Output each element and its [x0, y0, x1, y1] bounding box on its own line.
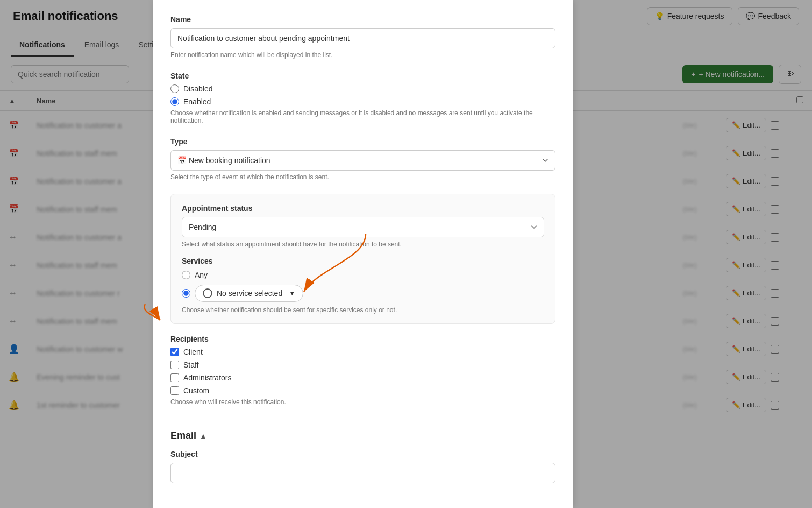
- recipients-label: Recipients: [170, 335, 555, 343]
- services-radio-group: Any No service selected ▼: [182, 271, 544, 302]
- services-specific-option[interactable]: No service selected ▼: [182, 285, 544, 302]
- recipients-section: Recipients Client Staff Administrators C…: [170, 335, 555, 406]
- recipient-client-option[interactable]: Client: [170, 348, 555, 356]
- recipient-custom-option[interactable]: Custom: [170, 386, 555, 395]
- name-section: Name Enter notification name which will …: [170, 15, 555, 59]
- appointment-status-select[interactable]: Pending Approved Cancelled: [182, 217, 544, 237]
- services-label: Services: [182, 257, 544, 265]
- recipient-administrators-label: Administrators: [183, 373, 231, 382]
- state-radio-group: Disabled Enabled: [170, 84, 555, 106]
- dropdown-arrow-icon: ▼: [289, 290, 295, 297]
- recipients-hint: Choose who will receive this notificatio…: [170, 398, 555, 406]
- recipient-custom-checkbox[interactable]: [170, 386, 179, 395]
- type-hint: Select the type of event at which the no…: [170, 173, 555, 181]
- type-select[interactable]: 📅 New booking notification: [170, 150, 555, 171]
- appointment-status-label: Appointment status: [182, 204, 544, 213]
- services-specific-radio[interactable]: [182, 289, 190, 298]
- type-section: Type 📅 New booking notification Select t…: [170, 137, 555, 181]
- state-disabled-label: Disabled: [183, 84, 212, 93]
- notification-name-input[interactable]: [170, 28, 555, 48]
- services-hint: Choose whether notification should be se…: [182, 306, 544, 314]
- circle-icon: [203, 288, 212, 298]
- subject-label: Subject: [170, 450, 555, 458]
- recipient-staff-label: Staff: [183, 361, 199, 369]
- email-section-title: Email ▲: [170, 430, 555, 441]
- no-service-selected-button[interactable]: No service selected ▼: [195, 285, 303, 302]
- services-any-radio[interactable]: [182, 271, 190, 279]
- services-section: Services Any No service selected ▼: [182, 257, 544, 314]
- recipient-administrators-option[interactable]: Administrators: [170, 373, 555, 382]
- recipient-client-label: Client: [183, 348, 203, 356]
- state-label: State: [170, 72, 555, 80]
- state-section: State Disabled Enabled Choose whether no…: [170, 72, 555, 124]
- email-section: Email ▲ Subject: [170, 430, 555, 483]
- edit-notification-panel: Name Enter notification name which will …: [153, 0, 573, 508]
- state-enabled-radio[interactable]: [170, 97, 179, 106]
- subject-input[interactable]: [170, 463, 555, 483]
- section-divider: [170, 419, 555, 419]
- recipient-administrators-checkbox[interactable]: [170, 373, 179, 382]
- state-disabled-option[interactable]: Disabled: [170, 84, 555, 93]
- no-service-label: No service selected: [217, 289, 282, 298]
- state-hint: Choose whether notification is enabled a…: [170, 109, 555, 124]
- recipient-staff-checkbox[interactable]: [170, 361, 179, 369]
- recipient-custom-label: Custom: [183, 386, 209, 395]
- state-enabled-label: Enabled: [183, 97, 211, 106]
- state-disabled-radio[interactable]: [170, 84, 179, 93]
- appointment-status-hint: Select what status an appointment should…: [182, 241, 544, 248]
- email-collapse-icon[interactable]: ▲: [200, 432, 207, 440]
- type-label: Type: [170, 137, 555, 146]
- recipient-staff-option[interactable]: Staff: [170, 361, 555, 369]
- state-enabled-option[interactable]: Enabled: [170, 97, 555, 106]
- services-any-option[interactable]: Any: [182, 271, 544, 279]
- name-hint: Enter notification name which will be di…: [170, 51, 555, 59]
- services-any-label: Any: [195, 271, 208, 279]
- recipient-client-checkbox[interactable]: [170, 348, 179, 356]
- appointment-status-section: Appointment status Pending Approved Canc…: [170, 194, 555, 324]
- recipients-checkbox-group: Client Staff Administrators Custom: [170, 348, 555, 395]
- name-label: Name: [170, 15, 555, 24]
